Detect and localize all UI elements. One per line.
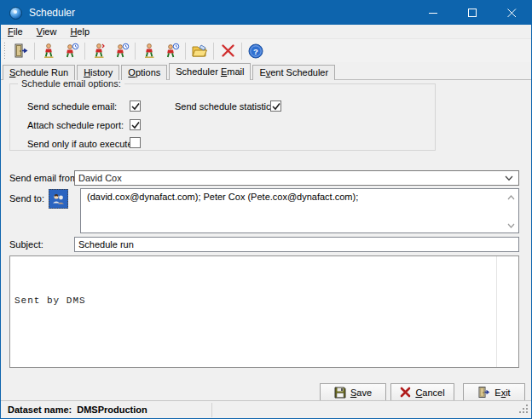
run-group-icon[interactable] [138,41,160,61]
send-to-label: Send to: [9,193,44,204]
tab-history[interactable]: History [77,65,119,80]
app-icon [9,7,22,20]
toolbar-separator [84,43,85,60]
delete-icon[interactable] [217,41,239,61]
email-body-input[interactable]: Sent by DMS [9,255,519,368]
exit-icon[interactable] [9,41,32,61]
send-email-from-value: David Cox [75,173,122,183]
send-only-if-auto-execute-label: Send only if auto execute: [27,139,136,149]
run-schedule-icon[interactable] [38,41,60,61]
save-icon [334,387,346,399]
scroll-up-icon[interactable] [507,192,515,202]
menubar: File View Help [1,25,531,39]
statusbar-separator [211,403,212,417]
send-email-from-label: Send email from: [9,173,80,183]
toolbar: ? [1,39,531,62]
titlebar: Scheduler [1,1,531,25]
window-title: Scheduler [29,7,75,19]
toolbar-separator [213,43,214,60]
run-schedule-timed-icon[interactable] [60,41,82,61]
send-email-from-select[interactable]: David Cox [74,170,519,186]
tab-scheduler-email[interactable]: Scheduler Email [169,63,251,80]
maximize-button[interactable] [453,1,492,25]
tab-event-scheduler[interactable]: Event Scheduler [252,65,335,80]
close-button[interactable] [492,1,531,25]
send-schedule-statistics-label: Send schedule statistics: [175,101,278,112]
send-schedule-email-checkbox[interactable] [130,100,141,112]
cancel-button[interactable]: Cancel [390,383,454,401]
help-icon[interactable]: ? [245,41,267,61]
toolbar-grip-handle[interactable] [3,43,6,60]
minimize-button[interactable] [413,1,453,25]
toolbar-separator [34,43,35,60]
exit-button[interactable]: Exit [463,383,525,401]
save-button[interactable]: Save [320,383,386,401]
menu-file[interactable]: File [1,26,30,37]
subject-label: Subject: [9,239,43,250]
tab-strip: Schedule Run History Options Scheduler E… [3,63,531,80]
scheduler-window: Scheduler File View Help [0,0,532,419]
send-schedule-statistics-checkbox[interactable] [270,100,281,112]
attach-schedule-report-label: Attach schedule report: [27,120,124,130]
address-book-button[interactable] [49,189,68,209]
exit-icon [477,386,490,399]
scroll-down-icon[interactable] [507,220,515,230]
email-body-text: Sent by DMS [14,296,86,306]
svg-text:?: ? [253,46,258,55]
resize-grip[interactable] [518,403,529,416]
cancel-icon [400,387,411,398]
subject-input[interactable]: Schedule run [74,237,519,252]
run-group-timed-icon[interactable] [160,41,182,61]
dataset-name-value: DMSProduction [77,405,147,415]
tab-options[interactable]: Options [121,65,167,80]
open-schedule-icon[interactable] [188,41,211,61]
menu-help[interactable]: Help [63,26,96,37]
send-to-input[interactable]: (david.cox@dynafact.com); Peter Cox (Pet… [80,188,519,233]
attach-schedule-report-checkbox[interactable] [130,119,141,130]
send-schedule-email-label: Send schedule email: [27,101,117,112]
scheduler-email-page: Schedule email options: Send schedule em… [1,80,531,418]
toolbar-separator [185,43,186,60]
schedule-email-options-group: Schedule email options: Send schedule em… [9,83,436,151]
send-only-if-auto-execute-checkbox[interactable] [130,137,141,148]
statusbar: Dataset name: DMSProduction [1,400,531,418]
menu-view[interactable]: View [30,26,64,37]
dataset-name-label: Dataset name: [8,405,72,415]
send-to-value: (david.cox@dynafact.com); Peter Cox (Pet… [87,192,500,202]
scrollbar-track-divider [496,256,497,367]
toolbar-separator [241,43,242,60]
run-selection-timed-icon[interactable] [110,41,132,61]
tab-schedule-run[interactable]: Schedule Run [3,65,75,80]
run-selection-icon[interactable] [88,41,110,61]
chevron-down-icon[interactable] [505,173,513,183]
toolbar-separator [135,43,136,60]
